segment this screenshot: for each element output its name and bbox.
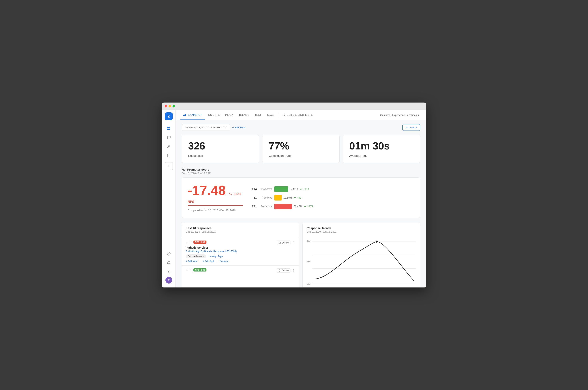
trends-title: Response Trends: [307, 226, 416, 230]
promoters-bar-bg: 34.97% +114: [274, 186, 309, 192]
stat-responses: 326 Responses: [182, 135, 259, 163]
survey-selector[interactable]: Customer Experience Feedback ▾: [378, 112, 421, 118]
minimize-button[interactable]: [169, 105, 171, 107]
gear-icon[interactable]: [165, 268, 173, 276]
response-header-1: ☆ ℹ NPS 1.00: [186, 241, 295, 245]
response-actions-right-2: Online ⋮: [277, 268, 295, 273]
detractors-count: 171: [251, 205, 257, 208]
trends-card-header: Response Trends Dec 18, 2020 - Jun 15, 2…: [303, 223, 420, 238]
nps-section: Net Promoter Score Dec 18, 2020 - Jun 15…: [182, 168, 420, 218]
nps-bars: 114 Promoters 34.97%: [251, 186, 414, 209]
forward-button-1[interactable]: Forward: [220, 260, 229, 263]
nav-tabs: SNAPSHOT INSIGHTS INBOX TRENDS TEXT: [180, 110, 378, 120]
add-task-button-1[interactable]: + Add Task: [203, 260, 215, 263]
avg-time-label: Average Time: [349, 154, 414, 157]
nps-inner: -17.48 -17.48 NPS Compared t: [188, 184, 414, 212]
app-logo[interactable]: Z: [165, 112, 173, 120]
tab-snapshot[interactable]: SNAPSHOT: [180, 110, 205, 120]
add-filter-button[interactable]: + Add Filter: [232, 126, 245, 129]
more-icon-2[interactable]: ⋮: [292, 269, 295, 273]
passives-trend: +41: [294, 196, 301, 199]
sidebar-bottom: ? T: [165, 250, 173, 285]
filter-bar: December 18, 2020 to June 30, 2021 + Add…: [182, 124, 420, 131]
passives-bar: [274, 195, 282, 200]
svg-point-8: [168, 272, 169, 273]
promoters-pct: 34.97%: [290, 188, 298, 191]
detractors-pct: 52.45%: [294, 205, 302, 208]
promoters-count: 114: [251, 187, 257, 191]
responses-card-header: Last 10 responses Dec 18, 2020 - Jun 15,…: [182, 223, 299, 238]
svg-rect-3: [169, 129, 170, 130]
response-title-1: Pathetic Service!: [186, 246, 295, 249]
tab-build-distribute[interactable]: BUILD & DISTRIBUTE: [280, 110, 315, 120]
remove-tag-icon[interactable]: ×: [203, 255, 204, 258]
nps-label: NPS: [188, 200, 243, 206]
sidebar-item-user[interactable]: [165, 142, 173, 151]
star-icon-1[interactable]: ☆: [186, 241, 189, 244]
add-note-button-1[interactable]: + Add Note: [186, 260, 197, 263]
more-icon-1[interactable]: ⋮: [292, 241, 295, 245]
tab-inbox[interactable]: INBOX: [222, 110, 236, 120]
tab-text[interactable]: TEXT: [252, 110, 264, 120]
responses-title: Last 10 responses: [186, 226, 295, 230]
online-badge-2: Online: [277, 268, 291, 273]
nps-comparison: Compared to Jun 22, 2020 - Dec 17, 2020: [188, 209, 243, 212]
trends-date-range: Dec 18, 2020 - Jun 15, 2021: [307, 231, 416, 233]
app-body: Z: [162, 110, 426, 288]
detractors-bar-bg: 52.45% +171: [274, 204, 313, 209]
user-avatar[interactable]: T: [165, 277, 172, 284]
nps-bar-passives: 41 Passives 12.58%: [251, 195, 414, 200]
actions-button[interactable]: Actions ▾: [402, 124, 420, 131]
nav-separator: [278, 113, 278, 117]
svg-rect-10: [184, 115, 185, 116]
detractors-trend: +171: [304, 205, 313, 208]
assign-tag-button[interactable]: + Assign Tags: [208, 255, 223, 258]
svg-rect-9: [183, 115, 184, 116]
bell-icon[interactable]: [165, 259, 173, 267]
trends-chart: 250 200 150: [303, 238, 420, 288]
nps-badge-1: NPS 1.00: [194, 241, 206, 244]
svg-text:?: ?: [168, 252, 169, 255]
passives-count: 41: [251, 196, 257, 199]
passives-label: Passives: [259, 196, 272, 199]
nps-bar-promoters: 114 Promoters 34.97%: [251, 186, 414, 192]
nps-card: -17.48 -17.48 NPS Compared t: [182, 177, 420, 218]
nps-date-range: Dec 18, 2020 - Jun 15, 2021: [182, 172, 420, 175]
chevron-down-icon: ▾: [418, 114, 419, 116]
app-window: Z: [162, 102, 426, 288]
chart-y-labels: 250 200 150: [307, 240, 310, 285]
completion-value: 77%: [269, 140, 333, 152]
sidebar-item-chat[interactable]: [165, 133, 173, 142]
titlebar: [162, 102, 426, 110]
response-actions-right-1: Online ⋮: [277, 241, 295, 245]
svg-rect-2: [167, 129, 169, 130]
tab-tags[interactable]: TAGS: [264, 110, 276, 120]
response-item-1: ☆ ℹ NPS 1.00: [182, 238, 299, 265]
svg-rect-11: [185, 114, 186, 116]
bottom-grid: Last 10 responses Dec 18, 2020 - Jun 15,…: [182, 223, 420, 288]
help-icon[interactable]: ?: [165, 250, 173, 258]
sidebar-item-grid[interactable]: [165, 124, 173, 133]
stat-completion: 77% Completion Rate: [262, 135, 340, 163]
tab-trends[interactable]: TRENDS: [236, 110, 252, 120]
promoters-label: Promoters: [259, 188, 272, 191]
date-range-filter[interactable]: December 18, 2020 to June 30, 2021: [182, 124, 230, 131]
tab-insights[interactable]: INSIGHTS: [205, 110, 222, 120]
nps-change: -17.48: [229, 192, 241, 195]
topnav: SNAPSHOT INSIGHTS INBOX TRENDS TEXT: [176, 110, 426, 120]
nps-title: Net Promoter Score: [182, 168, 420, 171]
info-icon-1[interactable]: ℹ: [191, 241, 192, 244]
star-icon-2[interactable]: ☆: [186, 268, 189, 272]
detractors-bar: [274, 204, 292, 209]
detractors-label: Detractors: [259, 205, 272, 208]
svg-line-13: [284, 115, 285, 116]
sidebar-item-add[interactable]: +: [165, 162, 173, 170]
promoters-trend: +114: [300, 188, 309, 191]
online-badge-1: Online: [277, 241, 291, 245]
responses-label: Responses: [188, 154, 253, 157]
maximize-button[interactable]: [173, 105, 175, 107]
close-button[interactable]: [165, 105, 167, 107]
sidebar-item-tasks[interactable]: [165, 151, 173, 160]
info-icon-2[interactable]: ℹ: [191, 268, 192, 272]
svg-rect-1: [169, 127, 170, 128]
